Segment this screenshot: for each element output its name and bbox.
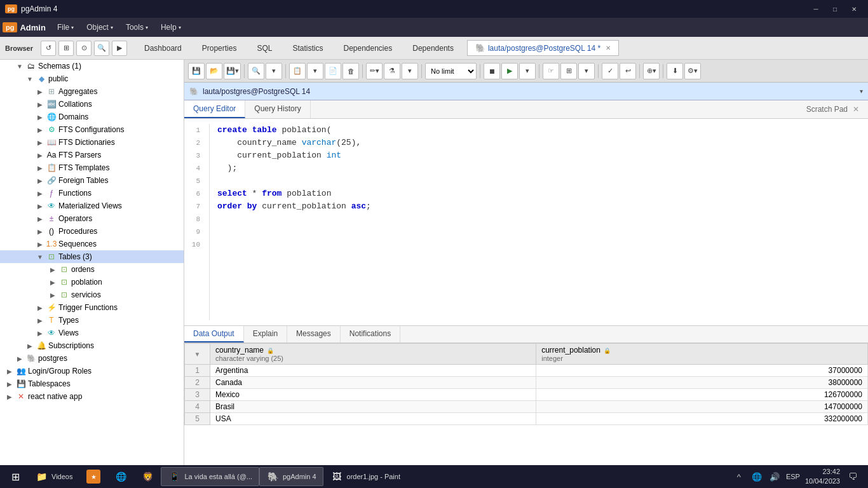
conn-arrow[interactable]: ▾ <box>860 88 863 95</box>
sidebar-item-fts-templates[interactable]: ▶ 📋 FTS Templates <box>0 161 184 174</box>
notification-center-icon[interactable]: 🗨 <box>845 469 860 484</box>
menu-help-arrow: ▾ <box>179 25 181 30</box>
tab-sql[interactable]: SQL <box>247 41 281 55</box>
close-button[interactable]: ✕ <box>845 3 863 15</box>
browser-search-btn[interactable]: 🔍 <box>94 41 109 56</box>
tool-grid-btn[interactable]: ⊞ <box>560 63 577 79</box>
systray-volume-icon[interactable]: 🔊 <box>768 470 781 483</box>
code-content[interactable]: create table poblation( country_name var… <box>210 124 868 320</box>
tab-explain[interactable]: Explain <box>244 326 287 342</box>
sidebar-item-react-native[interactable]: ▶ ✕ react native app <box>0 390 184 403</box>
menu-object[interactable]: Object ▾ <box>80 20 119 34</box>
menu-tools[interactable]: Tools ▾ <box>119 20 154 34</box>
systray-arrow[interactable]: ^ <box>733 470 745 483</box>
maximize-button[interactable]: □ <box>826 3 844 15</box>
tab-query-history[interactable]: Query History <box>245 100 310 118</box>
systray-network-icon[interactable]: 🌐 <box>750 470 763 483</box>
tool-paste-btn[interactable]: 📄 <box>325 63 341 79</box>
tool-copy-btn[interactable]: 📋 <box>289 63 306 79</box>
sidebar-item-aggregates[interactable]: ▶ ⊞ Aggregates <box>0 85 184 98</box>
code-editor[interactable]: 1 2 3 4 5 6 7 8 9 10 create table poblat… <box>184 119 868 325</box>
sidebar-item-fts-dict[interactable]: ▶ 📖 FTS Dictionaries <box>0 136 184 149</box>
sidebar-item-collations[interactable]: ▶ 🔤 Collations <box>0 98 184 111</box>
sidebar-item-fts-config[interactable]: ▶ ⚙ FTS Configurations <box>0 123 184 136</box>
tab-properties[interactable]: Properties <box>193 41 247 55</box>
sidebar-item-views[interactable]: ▶ 👁 Views <box>0 327 184 339</box>
tool-delete-btn[interactable]: 🗑 <box>342 63 359 79</box>
start-button[interactable]: ⊞ <box>3 466 28 487</box>
sidebar-item-types[interactable]: ▶ T Types <box>0 314 184 327</box>
sidebar-item-mat-views[interactable]: ▶ 👁 Materialized Views <box>0 200 184 212</box>
browser-nav-btn1[interactable]: ↺ <box>41 41 56 56</box>
tool-grid-arrow[interactable]: ▾ <box>578 63 595 79</box>
tab-messages[interactable]: Messages <box>287 326 341 342</box>
tool-find-arrow[interactable]: ▾ <box>266 63 282 79</box>
tool-more-btn[interactable]: ⚙▾ <box>684 63 701 79</box>
sidebar-item-functions[interactable]: ▶ ƒ Functions <box>0 187 184 200</box>
tool-open-btn[interactable]: 📂 <box>206 63 222 79</box>
servicios-label: servicios <box>71 290 181 299</box>
sidebar-item-public[interactable]: ▼ ◆ public <box>0 72 184 85</box>
sidebar-item-tables[interactable]: ▼ ⊡ Tables (3) <box>0 250 184 263</box>
db-tab-close[interactable]: ✕ <box>606 44 611 51</box>
sidebar-item-operators[interactable]: ▶ ± Operators <box>0 212 184 225</box>
taskbar-pgadmin[interactable]: 🐘 pgAdmin 4 <box>259 467 323 486</box>
browser-query-btn[interactable]: ▶ <box>112 41 127 56</box>
sidebar-item-login-group[interactable]: ▶ 👥 Login/Group Roles <box>0 365 184 377</box>
tab-query-editor[interactable]: Query Editor <box>184 100 245 118</box>
sidebar-item-servicios[interactable]: ▶ ⊡ servicios <box>0 288 184 301</box>
tool-cursor-btn[interactable]: ☞ <box>543 63 559 79</box>
tab-statistics[interactable]: Statistics <box>283 41 332 55</box>
sidebar-item-subscriptions[interactable]: ▶ 🔔 Subscriptions <box>0 339 184 352</box>
tool-commit-btn[interactable]: ✓ <box>602 63 618 79</box>
tool-run-arrow[interactable]: ▾ <box>519 63 536 79</box>
sidebar-item-trigger-functions[interactable]: ▶ ⚡ Trigger Functions <box>0 301 184 314</box>
browser-nav-btn2[interactable]: ⊞ <box>58 41 74 56</box>
tool-find-btn[interactable]: 🔍 <box>248 63 264 79</box>
menu-file[interactable]: File ▾ <box>51 20 80 34</box>
tool-copy-arrow[interactable]: ▾ <box>307 63 323 79</box>
tool-save2-btn[interactable]: 💾▾ <box>224 63 241 79</box>
taskbar-videos[interactable]: 📁 Videos <box>28 467 79 486</box>
db-tab[interactable]: 🐘 lauta/postgres@PostgreSQL 14 * ✕ <box>467 40 619 56</box>
scratch-pad-close[interactable]: ✕ <box>853 105 859 114</box>
tool-filter-btn[interactable]: ⚗ <box>384 63 400 79</box>
tool-download-btn[interactable]: ⬇ <box>667 63 683 79</box>
sidebar-item-procedures[interactable]: ▶ () Procedures <box>0 225 184 238</box>
tab-dependencies[interactable]: Dependencies <box>334 41 402 55</box>
taskbar-app2[interactable]: ★ <box>79 467 107 486</box>
sidebar-item-postgres[interactable]: ▶ 🐘 postgres <box>0 352 184 365</box>
tool-run-btn[interactable]: ▶ <box>501 63 518 79</box>
tool-stop-btn[interactable]: ⏹ <box>484 63 500 79</box>
sidebar-item-tablespaces[interactable]: ▶ 💾 Tablespaces <box>0 377 184 390</box>
limit-select[interactable]: No limit 1000 rows 500 rows 100 rows <box>425 63 477 79</box>
sidebar-item-ordens[interactable]: ▶ ⊡ ordens <box>0 263 184 276</box>
sidebar-item-poblation[interactable]: ▶ ⊡ poblation <box>0 276 184 288</box>
views-label: Views <box>58 329 181 337</box>
taskbar-whatsapp[interactable]: 📱 La vida esta allá (@... <box>161 467 259 486</box>
sidebar-item-domains[interactable]: ▶ 🌐 Domains <box>0 111 184 123</box>
tab-dependents[interactable]: Dependents <box>403 41 463 55</box>
tool-macro-btn[interactable]: ⊕▾ <box>643 63 660 79</box>
menu-help[interactable]: Help ▾ <box>154 20 187 34</box>
taskbar-chrome[interactable]: 🌐 <box>107 467 134 486</box>
minimize-button[interactable]: ─ <box>807 3 825 15</box>
tool-edit-btn[interactable]: ✏▾ <box>366 63 383 79</box>
current-poblation-cell: 126700000 <box>536 389 868 401</box>
types-toggle: ▶ <box>36 317 44 324</box>
tab-data-output[interactable]: Data Output <box>184 326 244 342</box>
taskbar-brave[interactable]: 🦁 <box>134 467 161 486</box>
tab-dashboard[interactable]: Dashboard <box>135 41 191 55</box>
taskbar-paint[interactable]: 🖼 order1.jpg - Paint <box>323 467 407 486</box>
sidebar-item-sequences[interactable]: ▶ 1.3 Sequences <box>0 238 184 250</box>
sidebar-item-foreign-tables[interactable]: ▶ 🔗 Foreign Tables <box>0 174 184 187</box>
sidebar-item-fts-parsers[interactable]: ▶ Aa FTS Parsers <box>0 149 184 161</box>
browser-nav-btn3[interactable]: ⊙ <box>76 41 92 56</box>
tool-filter-arrow[interactable]: ▾ <box>402 63 418 79</box>
tool-save-btn[interactable]: 💾 <box>188 63 205 79</box>
sidebar-item-schemas[interactable]: ▼ 🗂 Schemas (1) <box>0 60 184 72</box>
tool-rollback-btn[interactable]: ↩ <box>620 63 636 79</box>
react-native-toggle: ▶ <box>5 393 14 400</box>
tab-notifications[interactable]: Notifications <box>341 326 400 342</box>
tables-icon: ⊡ <box>46 252 57 262</box>
